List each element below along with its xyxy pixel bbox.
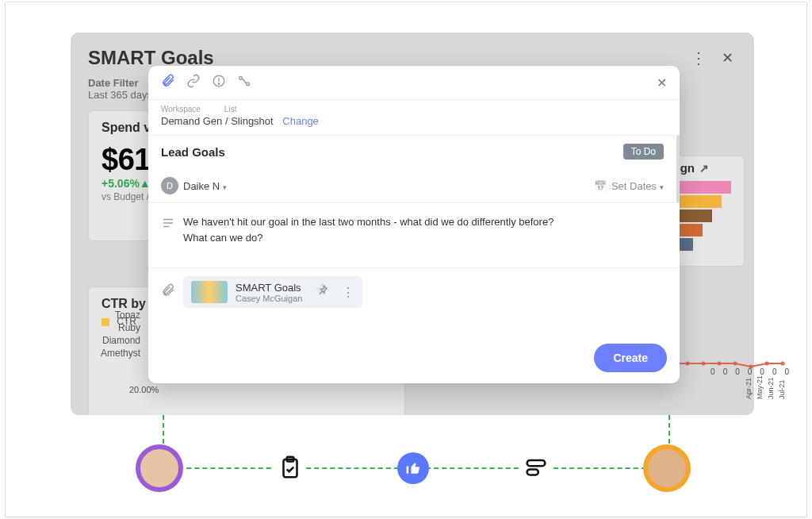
attachment-row: SMART Goals Casey McGuigan ⋮ (148, 267, 680, 316)
crumb-label-ws: Workspace (161, 105, 201, 113)
crumb-sep: / (225, 115, 228, 127)
modal-body: Lead Goals To Do D Daike N Set Dates (148, 136, 680, 202)
close-dashboard-icon[interactable] (718, 48, 737, 67)
crumb-label-list: List (224, 105, 237, 113)
create-button[interactable]: Create (594, 344, 667, 372)
modal-toolbar: ✕ (148, 66, 680, 100)
description-block[interactable]: We haven't hit our goal in the last two … (148, 202, 680, 248)
priority-icon[interactable] (212, 74, 226, 91)
task-stack-icon (520, 452, 552, 484)
svg-point-2 (702, 362, 706, 366)
ctr-percent: 20.00% (129, 385, 159, 394)
svg-rect-18 (527, 460, 546, 466)
attachment-author: Casey McGuigan (236, 294, 302, 303)
description-icon (161, 216, 175, 245)
modal-footer: Create (148, 336, 680, 383)
svg-point-6 (765, 362, 769, 366)
attachment-title: SMART Goals (236, 282, 302, 294)
description-line1: We haven't hit our goal in the last two … (183, 214, 553, 230)
ylabel-0: Topaz (93, 309, 140, 321)
avatar-right (643, 444, 691, 492)
svg-rect-19 (527, 469, 538, 475)
date-filter-value: Last 365 days (88, 89, 152, 101)
change-link[interactable]: Change (282, 115, 319, 127)
assignee-avatar[interactable]: D (161, 177, 178, 194)
avatar-left (136, 444, 183, 492)
breadcrumb: Workspace List Demand Gen / Slingshot Ch… (148, 100, 680, 136)
assignee-name[interactable]: Daike N (183, 180, 227, 192)
attachment-thumb (191, 281, 228, 303)
crumb-workspace[interactable]: Demand Gen (161, 115, 222, 127)
set-dates-label: Set Dates (611, 180, 664, 192)
attachment-icon[interactable] (161, 74, 175, 91)
task-title[interactable]: Lead Goals (161, 145, 225, 159)
svg-point-4 (733, 362, 737, 366)
ylabel-1: Ruby (93, 321, 140, 334)
dependency-icon[interactable] (237, 74, 251, 91)
more-icon[interactable] (689, 48, 708, 67)
svg-point-10 (218, 83, 220, 85)
svg-point-7 (781, 362, 785, 366)
link-icon[interactable] (186, 74, 201, 91)
ctr-y-labels: Topaz Ruby Diamond Amethyst (93, 309, 140, 359)
close-modal-icon[interactable]: ✕ (657, 75, 667, 90)
clip-icon[interactable] (161, 283, 175, 301)
pin-icon[interactable] (315, 283, 329, 301)
attachment-card[interactable]: SMART Goals Casey McGuigan ⋮ (183, 276, 362, 308)
outer-frame: SMART Goals Date Filter Last 365 days Sp… (5, 2, 807, 517)
crumb-list[interactable]: Slingshot (231, 115, 273, 127)
date-filter-label: Date Filter (88, 77, 139, 89)
attachment-more-icon[interactable]: ⋮ (342, 285, 354, 300)
svg-point-3 (718, 362, 722, 366)
workflow-strip (136, 440, 691, 496)
clipboard-check-icon (274, 452, 306, 484)
calendar-icon (594, 180, 607, 192)
thumbs-up-icon (397, 452, 429, 484)
ylabel-3: Amethyst (93, 347, 140, 359)
ylabel-2: Diamond (93, 334, 140, 347)
expand-icon[interactable] (699, 161, 709, 175)
svg-point-1 (686, 362, 690, 366)
spark-x-dates: Apr-21 May-21 Jun-21 Jul-21 (745, 375, 786, 399)
task-modal: ✕ Workspace List Demand Gen / Slingshot … (148, 66, 680, 383)
description-line2: What can we do? (183, 230, 553, 246)
status-badge[interactable]: To Do (623, 144, 664, 160)
set-dates-button[interactable]: Set Dates (594, 180, 664, 192)
